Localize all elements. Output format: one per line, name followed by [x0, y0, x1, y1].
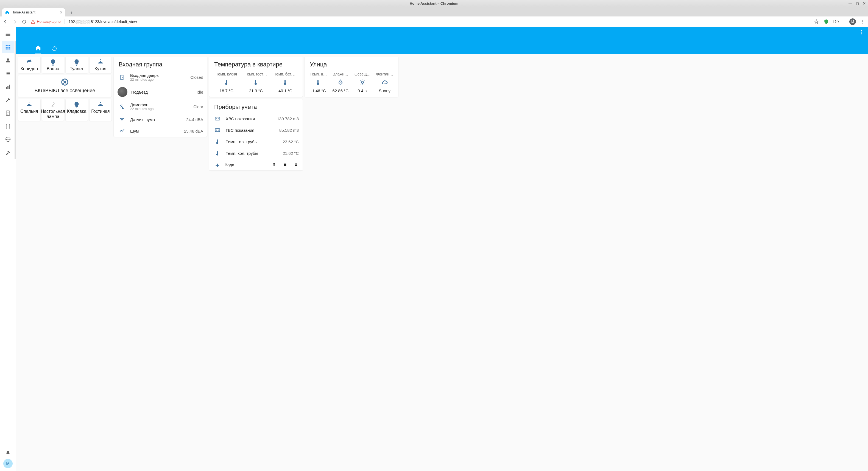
- wifi-icon: [118, 116, 126, 122]
- light-tile[interactable]: Ванна: [42, 57, 64, 73]
- sidebar-item-hacs[interactable]: [2, 147, 14, 159]
- dashboard-menu-icon[interactable]: [859, 29, 865, 35]
- glance-item[interactable]: Темп. кухня18.7 °C: [213, 72, 240, 97]
- nav-forward-icon[interactable]: [12, 19, 18, 25]
- sidebar-toggle-icon[interactable]: [5, 29, 11, 41]
- light-tile[interactable]: Кладовка: [66, 99, 88, 121]
- cover-stop-icon[interactable]: [282, 162, 288, 167]
- cover-open-icon[interactable]: [271, 162, 277, 167]
- url-field[interactable]: 192.░░░░░:8123/lovelace/default_view: [69, 20, 810, 24]
- sidebar-notifications-icon[interactable]: [5, 447, 11, 459]
- light-tile-label: Настольная лампа: [41, 109, 65, 119]
- glance-item[interactable]: Освещ…0.4 lx: [352, 72, 373, 97]
- view-tab-history[interactable]: [51, 45, 57, 54]
- browser-profile-avatar[interactable]: M: [849, 19, 856, 25]
- close-circle-icon: [61, 78, 69, 86]
- window-maximize-icon[interactable]: ◻: [856, 1, 859, 5]
- glance-item[interactable]: Темп. н…-1.46 °C: [308, 72, 329, 97]
- sidebar-item-scripts[interactable]: [2, 107, 14, 119]
- entity-value: Clear: [193, 104, 203, 109]
- os-titlebar: Home Assistant – Chromium — ◻ ✕: [0, 0, 868, 7]
- entity-row[interactable]: Темп. хол. трубы21.62 °C: [209, 147, 303, 159]
- desk-icon: [50, 101, 57, 108]
- entity-value: Idle: [196, 90, 203, 94]
- entity-name: Входная дверь: [130, 73, 186, 78]
- entity-secondary: 22 minutes ago: [130, 107, 189, 111]
- entity-name: Шум: [130, 129, 180, 133]
- sidebar-user-avatar[interactable]: M: [3, 459, 12, 468]
- thermometer-icon: [315, 79, 321, 86]
- glance-value: 62.86 °C: [332, 88, 348, 97]
- wrench-icon: [5, 97, 11, 103]
- sidebar-item-devtools[interactable]: [2, 94, 14, 106]
- bookmark-star-icon[interactable]: [814, 19, 819, 25]
- sidebar-item-overview[interactable]: [2, 41, 14, 53]
- glance-item[interactable]: Темп. бат. …40.1 °C: [272, 72, 299, 97]
- entity-row[interactable]: Датчик шума24.4 dBA: [114, 114, 207, 125]
- glance-label: Влажн…: [333, 72, 348, 76]
- entity-secondary: 22 minutes ago: [130, 78, 186, 82]
- light-tile-label: Ванна: [47, 66, 59, 71]
- person-icon: [5, 57, 11, 63]
- browser-tabstrip: Home Assistant ✕ ＋: [0, 7, 868, 17]
- glance-value: Sunny: [379, 88, 391, 97]
- security-warning[interactable]: Не защищено: [31, 20, 61, 24]
- glance-item[interactable]: Темп. гост…21.3 °C: [242, 72, 270, 97]
- meters-card: Приборы учета ХВС показания139.782 m3ГВС…: [209, 99, 303, 170]
- entity-row[interactable]: Домофон22 minutes agoClear: [114, 100, 207, 114]
- entity-row[interactable]: ПодъездIdle: [114, 84, 207, 100]
- ublock-shield-icon[interactable]: [824, 19, 829, 25]
- master-light-label: ВКЛ/ВЫКЛ всё освещение: [35, 88, 95, 94]
- glance-value: -1.46 °C: [311, 88, 326, 97]
- glance-value: 18.7 °C: [220, 88, 234, 97]
- entity-name: Темп. гор. трубы: [226, 139, 279, 144]
- camera-avatar-icon: [118, 87, 127, 97]
- light-tile[interactable]: Кухня: [90, 57, 112, 73]
- entity-row[interactable]: ХВС показания139.782 m3: [209, 113, 303, 124]
- ceiling-icon: [26, 101, 33, 108]
- thermometer-icon: [282, 79, 288, 86]
- meters-title: Приборы учета: [209, 99, 303, 113]
- entity-row[interactable]: Темп. гор. трубы23.62 °C: [209, 136, 303, 147]
- sidebar-item-map[interactable]: [2, 54, 14, 66]
- close-tab-icon[interactable]: ✕: [60, 10, 63, 14]
- sidebar-item-templates[interactable]: [2, 120, 14, 132]
- light-tile[interactable]: Коридор: [18, 57, 40, 73]
- glance-item[interactable]: Влажн…62.86 °C: [330, 72, 351, 97]
- light-tile[interactable]: Туалет: [66, 57, 88, 73]
- entity-row[interactable]: Шум25.48 dBA: [114, 125, 207, 137]
- glance-value: 40.1 °C: [278, 88, 292, 97]
- sidebar-item-history[interactable]: [2, 81, 14, 93]
- bulb-icon: [73, 101, 80, 108]
- thermometer-icon: [213, 138, 222, 145]
- light-tile[interactable]: Настольная лампа: [42, 99, 64, 121]
- light-tile-label: Гостиная: [91, 109, 110, 114]
- light-tile[interactable]: Гостиная: [90, 99, 112, 121]
- nav-back-icon[interactable]: [3, 19, 8, 25]
- browser-tab[interactable]: Home Assistant ✕: [2, 8, 65, 17]
- ha-sidebar: M: [0, 27, 16, 471]
- script-icon: [5, 110, 11, 116]
- browser-menu-icon[interactable]: [860, 19, 865, 24]
- extension-braces-icon[interactable]: {=}: [833, 20, 840, 23]
- window-minimize-icon[interactable]: —: [848, 1, 852, 5]
- street-card: Улица Темп. н…-1.46 °CВлажн…62.86 °CОсве…: [305, 57, 398, 97]
- window-close-icon[interactable]: ✕: [863, 1, 866, 5]
- sidebar-item-logbook[interactable]: [2, 67, 14, 80]
- warning-icon: [31, 20, 35, 24]
- master-light-toggle[interactable]: ВКЛ/ВЫКЛ всё освещение: [18, 75, 112, 97]
- light-tile-label: Спальня: [20, 109, 38, 114]
- entity-row[interactable]: ГВС показания85.582 m3: [209, 124, 303, 136]
- new-tab-button[interactable]: ＋: [67, 9, 75, 17]
- sidebar-item-esphome[interactable]: [2, 133, 14, 146]
- water-cover-row[interactable]: Вода: [209, 159, 303, 170]
- entity-value: Closed: [190, 75, 203, 80]
- light-tile[interactable]: Спальня: [18, 99, 40, 121]
- water-percent-icon: [337, 79, 344, 86]
- ceiling-icon: [97, 59, 104, 66]
- cover-close-icon[interactable]: [293, 162, 299, 167]
- nav-reload-icon[interactable]: [22, 19, 27, 25]
- view-tab-home[interactable]: [35, 45, 41, 54]
- entity-row[interactable]: Входная дверь22 minutes agoClosed: [114, 70, 207, 84]
- glance-item[interactable]: Фонтан…Sunny: [375, 72, 395, 97]
